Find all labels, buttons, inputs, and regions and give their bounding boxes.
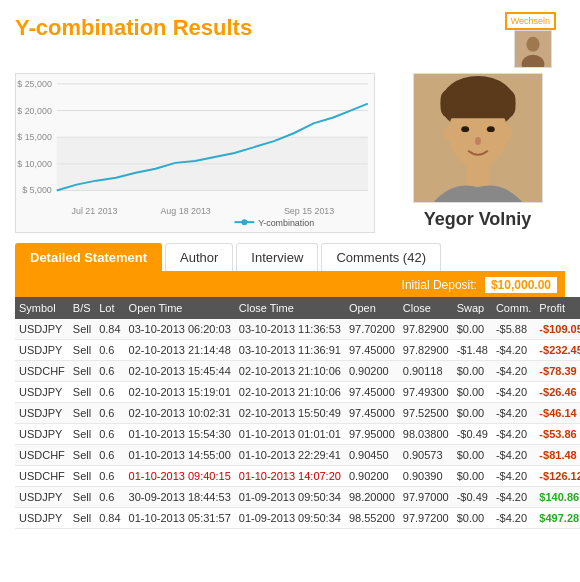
cell-open: 0.90200	[345, 466, 399, 487]
cell-symbol: USDCHF	[15, 361, 69, 382]
cell-bs: Sell	[69, 340, 95, 361]
cell-lot: 0.6	[95, 487, 124, 508]
cell-swap: $0.00	[453, 319, 492, 340]
initial-deposit-bar: Initial Deposit: $10,000.00	[15, 273, 565, 297]
cell-lot: 0.6	[95, 466, 124, 487]
cell-bs: Sell	[69, 445, 95, 466]
svg-text:$ 25,000: $ 25,000	[17, 79, 52, 89]
table-header: Symbol B/S Lot Open Time Close Time Open…	[15, 297, 580, 319]
cell-lot: 0.6	[95, 403, 124, 424]
table-row: USDJPY Sell 0.6 02-10-2013 21:14:48 03-1…	[15, 340, 580, 361]
svg-text:Sep 15 2013: Sep 15 2013	[284, 206, 334, 216]
cell-comm: -$4.20	[492, 424, 535, 445]
cell-bs: Sell	[69, 361, 95, 382]
cell-profit: -$53.86	[535, 424, 580, 445]
svg-text:Jul 21 2013: Jul 21 2013	[72, 206, 118, 216]
cell-comm: -$4.20	[492, 340, 535, 361]
cell-comm: -$4.20	[492, 382, 535, 403]
cell-close-time: 02-10-2013 21:10:06	[235, 382, 345, 403]
cell-profit: -$126.12	[535, 466, 580, 487]
page-header: Y-combination Results Wechseln	[0, 0, 580, 73]
cell-lot: 0.6	[95, 361, 124, 382]
cell-swap: -$1.48	[453, 340, 492, 361]
col-bs: B/S	[69, 297, 95, 319]
cell-close-time: 01-10-2013 22:29:41	[235, 445, 345, 466]
svg-text:$ 20,000: $ 20,000	[17, 106, 52, 116]
col-swap: Swap	[453, 297, 492, 319]
cell-close: 0.90390	[399, 466, 453, 487]
cell-close-time: 01-10-2013 14:07:20	[235, 466, 345, 487]
cell-comm: -$4.20	[492, 508, 535, 529]
cell-symbol: USDJPY	[15, 403, 69, 424]
col-open-time: Open Time	[125, 297, 235, 319]
tab-detailed-statement[interactable]: Detailed Statement	[15, 243, 162, 271]
cell-comm: -$4.20	[492, 487, 535, 508]
page-title: Y-combination Results	[15, 10, 505, 41]
svg-point-30	[502, 126, 512, 140]
cell-profit: -$81.48	[535, 445, 580, 466]
author-thumbnail	[514, 30, 552, 68]
cell-open: 97.70200	[345, 319, 399, 340]
cell-comm: -$4.20	[492, 361, 535, 382]
cell-lot: 0.6	[95, 382, 124, 403]
cell-open-time: 03-10-2013 06:20:03	[125, 319, 235, 340]
svg-point-1	[526, 37, 539, 52]
cell-swap: $0.00	[453, 361, 492, 382]
cell-open: 0.90450	[345, 445, 399, 466]
initial-deposit-label: Initial Deposit:	[402, 278, 477, 292]
chart-container: $ 25,000 $ 20,000 $ 15,000 $ 10,000 $ 5,…	[15, 73, 375, 233]
cell-profit: -$78.39	[535, 361, 580, 382]
tab-author[interactable]: Author	[165, 243, 233, 271]
cell-open: 97.45000	[345, 382, 399, 403]
table-row: USDCHF Sell 0.6 01-10-2013 09:40:15 01-1…	[15, 466, 580, 487]
cell-bs: Sell	[69, 403, 95, 424]
col-comm: Comm.	[492, 297, 535, 319]
svg-text:$ 5,000: $ 5,000	[22, 185, 52, 195]
col-open: Open	[345, 297, 399, 319]
tab-interview[interactable]: Interview	[236, 243, 318, 271]
cell-close-time: 03-10-2013 11:36:53	[235, 319, 345, 340]
cell-close-time: 03-10-2013 11:36:91	[235, 340, 345, 361]
table-row: USDJPY Sell 0.84 01-10-2013 05:31:57 01-…	[15, 508, 580, 529]
col-symbol: Symbol	[15, 297, 69, 319]
cell-symbol: USDJPY	[15, 382, 69, 403]
cell-close: 97.97200	[399, 508, 453, 529]
tab-comments[interactable]: Comments (42)	[321, 243, 441, 271]
cell-bs: Sell	[69, 382, 95, 403]
col-lot: Lot	[95, 297, 124, 319]
svg-point-27	[475, 137, 481, 145]
main-area: $ 25,000 $ 20,000 $ 15,000 $ 10,000 $ 5,…	[0, 73, 580, 233]
cell-comm: -$5.88	[492, 319, 535, 340]
svg-text:$ 10,000: $ 10,000	[17, 159, 52, 169]
author-panel: Yegor Volniy	[390, 73, 565, 233]
table-row: USDJPY Sell 0.6 30-09-2013 18:44:53 01-0…	[15, 487, 580, 508]
cell-bs: Sell	[69, 508, 95, 529]
cell-lot: 0.6	[95, 424, 124, 445]
initial-deposit-value: $10,000.00	[485, 277, 557, 293]
cell-open-time: 02-10-2013 15:19:01	[125, 382, 235, 403]
svg-point-26	[486, 126, 494, 132]
cell-profit: -$232.45	[535, 340, 580, 361]
cell-close: 0.90118	[399, 361, 453, 382]
cell-swap: $0.00	[453, 508, 492, 529]
cell-symbol: USDJPY	[15, 487, 69, 508]
svg-point-16	[241, 219, 247, 225]
cell-swap: $0.00	[453, 466, 492, 487]
cell-close: 97.52500	[399, 403, 453, 424]
col-close-time: Close Time	[235, 297, 345, 319]
cell-swap: $0.00	[453, 403, 492, 424]
cell-close: 97.82900	[399, 340, 453, 361]
cell-open-time: 01-10-2013 05:31:57	[125, 508, 235, 529]
trades-table: Symbol B/S Lot Open Time Close Time Open…	[15, 297, 580, 529]
cell-lot: 0.84	[95, 319, 124, 340]
cell-open: 97.45000	[345, 340, 399, 361]
col-profit: Profit	[535, 297, 580, 319]
table-row: USDJPY Sell 0.6 01-10-2013 15:54:30 01-1…	[15, 424, 580, 445]
cell-lot: 0.6	[95, 445, 124, 466]
table-body: USDJPY Sell 0.84 03-10-2013 06:20:03 03-…	[15, 319, 580, 529]
wechseln-button[interactable]: Wechseln	[505, 12, 556, 30]
table-row: USDJPY Sell 0.6 02-10-2013 15:19:01 02-1…	[15, 382, 580, 403]
table-area: Initial Deposit: $10,000.00 Symbol B/S L…	[15, 273, 565, 529]
cell-symbol: USDJPY	[15, 319, 69, 340]
cell-open: 97.95000	[345, 424, 399, 445]
